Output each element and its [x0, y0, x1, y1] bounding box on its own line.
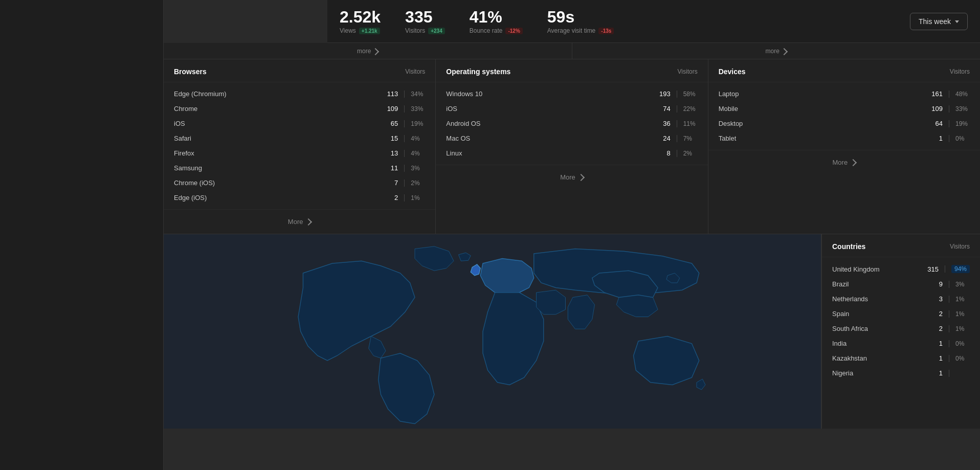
row-divider — [949, 310, 949, 318]
devices-section: Devices Visitors Laptop16148%Mobile10933… — [708, 59, 980, 234]
countries-body: United Kingdom31594%Brazil93%Netherlands… — [822, 257, 980, 385]
row-name: Laptop — [719, 90, 923, 98]
row-value: 15 — [383, 135, 398, 142]
browsers-more-arrow — [305, 218, 312, 226]
row-divider — [949, 105, 949, 113]
row-name: Kazakhstan — [832, 354, 923, 362]
row-pct: 1% — [955, 325, 970, 332]
row-name: Mac OS — [446, 135, 651, 142]
row-pct: 58% — [683, 91, 698, 98]
time-filter-label: This week — [919, 17, 951, 26]
table-row: Windows 1019358% — [436, 86, 707, 101]
stat-views-badge: +1.21k — [359, 28, 380, 34]
table-row: Laptop16148% — [708, 86, 980, 101]
row-value: 8 — [655, 149, 671, 157]
row-pct: 3% — [955, 281, 970, 288]
devices-header: Devices Visitors — [708, 59, 980, 82]
row-pct: 19% — [955, 120, 970, 127]
row-divider — [677, 120, 677, 127]
table-row: iOS6519% — [164, 116, 435, 131]
countries-title: Countries — [832, 242, 865, 251]
row-pct: 48% — [955, 91, 970, 98]
row-pct: 1% — [411, 194, 425, 202]
row-value: 161 — [927, 90, 943, 98]
devices-more[interactable]: More — [708, 150, 980, 174]
table-row: United Kingdom31594% — [822, 261, 980, 277]
table-row: Android OS3611% — [436, 116, 707, 131]
stat-visit-time: 59s Average visit time -13s — [547, 8, 614, 34]
row-pct: 33% — [411, 105, 425, 113]
row-value: 2 — [927, 325, 943, 332]
row-value: 193 — [655, 90, 671, 98]
row-value: 3 — [927, 295, 943, 303]
more-top-left[interactable]: more — [164, 43, 572, 59]
row-divider — [404, 105, 405, 113]
row-divider — [677, 150, 677, 157]
stat-visitors-value: 335 — [405, 8, 445, 26]
table-row: Safari154% — [164, 131, 435, 146]
stat-bounce: 41% Bounce rate -12% — [470, 8, 523, 34]
countries-section: Countries Visitors United Kingdom31594%B… — [821, 234, 980, 429]
stat-bounce-badge: -12% — [505, 28, 522, 34]
devices-more-label: More — [833, 159, 848, 166]
row-divider — [677, 91, 677, 98]
row-pct: 0% — [955, 355, 970, 362]
time-filter-button[interactable]: This week — [910, 13, 968, 30]
row-value: 113 — [383, 90, 398, 98]
stat-visitors-label: Visitors — [405, 27, 425, 34]
row-divider — [677, 105, 677, 113]
table-row: Firefox134% — [164, 146, 435, 161]
row-value: 74 — [655, 105, 671, 113]
table-row: South Africa21% — [822, 321, 980, 336]
table-row: Edge (iOS)21% — [164, 190, 435, 205]
devices-more-arrow — [850, 159, 857, 166]
os-more[interactable]: More — [436, 165, 707, 189]
row-divider — [949, 296, 949, 303]
map-section — [164, 234, 821, 429]
row-name: Nigeria — [832, 369, 923, 377]
row-value: 2 — [927, 310, 943, 318]
row-pct: 94% — [951, 265, 970, 273]
row-pct: 1% — [955, 310, 970, 318]
devices-body: Laptop16148%Mobile10933%Desktop6419%Tabl… — [708, 82, 980, 150]
more-top-right[interactable]: more — [572, 43, 981, 59]
table-row: Spain21% — [822, 306, 980, 321]
row-name: Linux — [446, 149, 651, 157]
os-more-arrow — [577, 174, 585, 181]
os-section: Operating systems Visitors Windows 10193… — [436, 59, 708, 234]
row-pct: 0% — [955, 340, 970, 347]
row-value: 13 — [383, 149, 398, 157]
browsers-more-label: More — [288, 218, 303, 226]
row-divider — [404, 150, 405, 157]
main-container: 2.52k Views +1.21k 335 Visitors +234 41%… — [0, 0, 980, 470]
browsers-section: Browsers Visitors Edge (Chromium)11334%C… — [164, 59, 436, 234]
row-value: 24 — [655, 135, 671, 142]
row-name: Tablet — [719, 135, 923, 142]
os-more-label: More — [560, 173, 575, 181]
row-pct: 4% — [411, 150, 425, 157]
table-row: Nigeria1 — [822, 366, 980, 381]
row-value: 9 — [927, 280, 943, 288]
stat-bounce-value: 41% — [470, 8, 523, 26]
row-divider — [404, 91, 405, 98]
row-divider — [404, 194, 405, 202]
table-row: Chrome10933% — [164, 101, 435, 116]
row-divider — [677, 135, 677, 142]
row-pct: 7% — [683, 135, 698, 142]
row-divider — [949, 355, 949, 362]
stat-views-value: 2.52k — [340, 8, 381, 26]
row-pct: 2% — [683, 150, 698, 157]
row-name: South Africa — [832, 325, 923, 332]
row-name: iOS — [174, 120, 378, 127]
row-divider — [949, 120, 949, 127]
row-value: 1 — [927, 135, 943, 142]
countries-header: Countries Visitors — [822, 234, 980, 257]
devices-title: Devices — [719, 68, 746, 76]
browsers-more[interactable]: More — [164, 209, 435, 234]
row-name: Edge (iOS) — [174, 194, 378, 202]
row-divider — [949, 370, 949, 377]
stat-views-label: Views — [340, 27, 356, 34]
row-pct: 22% — [683, 105, 698, 113]
sidebar — [0, 0, 164, 470]
table-row: Linux82% — [436, 146, 707, 161]
